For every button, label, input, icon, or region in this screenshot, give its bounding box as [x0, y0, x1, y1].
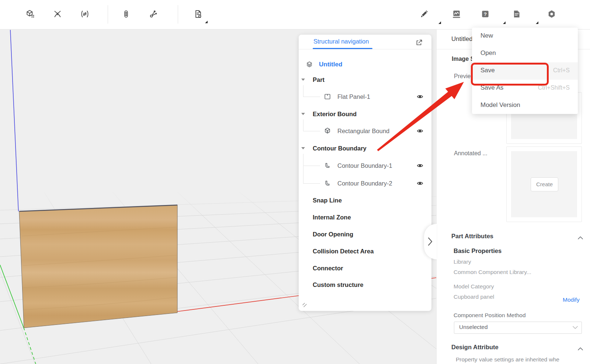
select-value: Unselected: [459, 324, 488, 330]
collapse-chevron-icon[interactable]: [577, 346, 583, 349]
tree-node-contour-boundary-1[interactable]: Contour Boundary-1: [299, 160, 431, 171]
tree-node-rectangular-bound[interactable]: Rectangular Bound: [299, 125, 431, 136]
expand-caret-icon[interactable]: [301, 79, 305, 81]
part-attributes-section-title: Part Attributes: [451, 233, 493, 240]
visibility-eye-icon[interactable]: [416, 162, 424, 170]
modify-link[interactable]: Modify: [563, 297, 580, 303]
active-tab-underline: [313, 48, 372, 49]
menu-item-save-as[interactable]: Save As Ctrl+Shift+S: [472, 80, 578, 97]
design-attribute-note: Property value settings are inherited wh…: [456, 356, 589, 363]
visibility-eye-icon[interactable]: [416, 179, 424, 187]
tree-root-label[interactable]: Untitled: [319, 59, 342, 70]
popout-icon[interactable]: [415, 38, 423, 46]
flat-panel-icon: [323, 93, 332, 101]
design-attribute-section-title: Design Attribute: [451, 344, 499, 351]
dropdown-caret: [503, 21, 506, 24]
contour-icon: [323, 179, 332, 187]
chart-icon[interactable]: [452, 9, 461, 19]
image-settings-section-title: Image S: [452, 56, 474, 62]
annotated-label: Annotated ...: [454, 150, 487, 157]
new-document-icon[interactable]: [193, 9, 203, 19]
menu-item-save[interactable]: Save Ctrl+S: [472, 62, 578, 80]
shortcut-label: Ctrl+S: [553, 67, 570, 74]
panel-title: Untitled: [451, 35, 473, 43]
tree-item-connector[interactable]: Connector: [313, 263, 343, 274]
expand-caret-icon[interactable]: [301, 113, 305, 115]
swap-icon[interactable]: [80, 9, 90, 19]
panel-resize-handle[interactable]: [302, 302, 308, 308]
tab-structural-navigation[interactable]: Structural navigation: [313, 38, 369, 45]
contour-icon: [323, 162, 332, 170]
toolbar-separator: [178, 5, 178, 24]
dropdown-caret: [536, 21, 538, 24]
document-icon[interactable]: [512, 9, 521, 19]
dropdown-caret: [205, 21, 208, 23]
shortcut-label: Ctrl+Shift+S: [538, 84, 570, 91]
tree-item-snap-line[interactable]: Snap Line: [313, 195, 342, 206]
preview-label: Previe: [454, 73, 471, 80]
model-category-label: Model Category: [454, 283, 494, 290]
tree-root-row[interactable]: Untitled: [305, 59, 423, 70]
wood-panel[interactable]: [19, 205, 177, 328]
tree-item-door-opening[interactable]: Door Opening: [313, 229, 353, 240]
library-value: Common Component Library...: [454, 269, 531, 275]
atom-icon[interactable]: [53, 9, 62, 19]
chevron-right-icon: [428, 236, 432, 247]
parts-cube-icon[interactable]: [25, 9, 35, 19]
menu-item-model-version[interactable]: Model Version: [472, 97, 578, 114]
app-window: ? Structural navigation Unt: [0, 0, 590, 364]
nut-icon[interactable]: [547, 9, 556, 19]
menu-item-new[interactable]: New: [472, 28, 578, 45]
chevron-down-icon: [573, 326, 578, 329]
tree-item-collision-detect-area[interactable]: Collision Detect Area: [313, 246, 374, 257]
tree-group-part[interactable]: Part: [313, 74, 324, 85]
file-menu: New Open Save Ctrl+S Save As Ctrl+Shift+…: [472, 28, 578, 114]
tree-item-custom-structure[interactable]: Custom structure: [313, 279, 364, 290]
component-position-method-select[interactable]: Unselected: [454, 322, 582, 334]
tree-group-exterior-bound[interactable]: Exterior Bound: [313, 108, 357, 119]
visibility-eye-icon[interactable]: [416, 127, 424, 135]
structural-navigation-panel: Structural navigation Untitled Part Flat…: [299, 35, 431, 311]
create-button[interactable]: Create: [531, 177, 558, 191]
component-position-method-label: Component Position Method: [454, 312, 526, 319]
y-axis-green: [0, 265, 24, 327]
help-icon[interactable]: ?: [480, 9, 490, 19]
annotated-image-box[interactable]: Create: [506, 146, 582, 222]
top-toolbar: ?: [0, 0, 590, 30]
structural-navigation-header: Structural navigation: [299, 35, 431, 49]
toolbar-separator: [108, 5, 108, 24]
visibility-eye-icon[interactable]: [416, 93, 424, 101]
cube-icon: [323, 127, 332, 135]
stretch-icon[interactable]: [121, 9, 131, 19]
tree-item-internal-zone[interactable]: Internal Zone: [313, 212, 351, 223]
dropdown-caret: [438, 21, 441, 24]
menu-item-open[interactable]: Open: [472, 45, 578, 62]
collapse-chevron-icon[interactable]: [577, 235, 583, 238]
tree-node-flat-panel[interactable]: Flat Panel-1: [299, 91, 431, 102]
model-category-value: Cupboard panel: [454, 294, 494, 300]
basic-properties-title: Basic Properties: [454, 247, 502, 254]
expand-caret-icon[interactable]: [301, 147, 305, 149]
tree-group-contour-boundary[interactable]: Contour Boundary: [313, 143, 367, 154]
y-axis-green-dashed: [24, 327, 36, 364]
edit-pencil-icon[interactable]: [419, 9, 429, 19]
tree-node-contour-boundary-2[interactable]: Contour Boundary-2: [299, 178, 431, 189]
svg-text:?: ?: [484, 11, 487, 17]
layers-icon: [305, 60, 313, 69]
z-axis-blue: [10, 30, 18, 211]
share-graph-icon[interactable]: [148, 9, 158, 19]
library-label: Library: [454, 259, 471, 265]
